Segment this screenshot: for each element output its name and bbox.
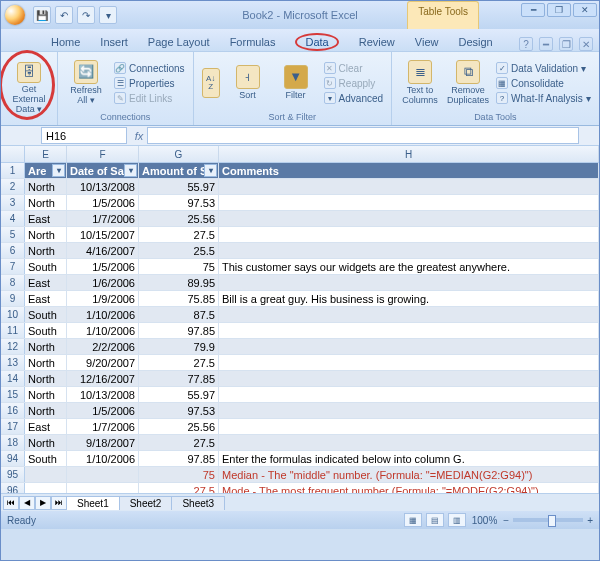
first-sheet-icon[interactable]: ⏮ bbox=[3, 496, 19, 510]
doc-close-icon[interactable]: ✕ bbox=[579, 37, 593, 51]
tab-home[interactable]: Home bbox=[41, 33, 90, 51]
row-header[interactable]: 1 bbox=[1, 163, 25, 178]
cell[interactable]: South bbox=[25, 323, 67, 338]
row-header[interactable]: 9 bbox=[1, 291, 25, 306]
cell[interactable]: North bbox=[25, 227, 67, 242]
cell[interactable]: 10/13/2008 bbox=[67, 179, 139, 194]
tab-design[interactable]: Design bbox=[448, 33, 502, 51]
row-header[interactable]: 7 bbox=[1, 259, 25, 274]
cell[interactable] bbox=[219, 243, 599, 258]
cell[interactable]: 27.5 bbox=[139, 435, 219, 450]
doc-restore-icon[interactable]: ❐ bbox=[559, 37, 573, 51]
text-to-columns-button[interactable]: ≣Text to Columns bbox=[398, 56, 442, 111]
row-header[interactable]: 6 bbox=[1, 243, 25, 258]
row-header[interactable]: 18 bbox=[1, 435, 25, 450]
zoom-out-icon[interactable]: − bbox=[503, 515, 509, 526]
cell[interactable]: 1/10/2006 bbox=[67, 323, 139, 338]
col-H[interactable]: H bbox=[219, 146, 599, 162]
cell[interactable]: 4/16/2007 bbox=[67, 243, 139, 258]
cell[interactable]: 97.85 bbox=[139, 451, 219, 466]
row-header[interactable]: 2 bbox=[1, 179, 25, 194]
cell[interactable]: 9/18/2007 bbox=[67, 435, 139, 450]
cell[interactable]: 89.95 bbox=[139, 275, 219, 290]
cell[interactable]: Enter the formulas indicated below into … bbox=[219, 451, 599, 466]
cell[interactable] bbox=[25, 467, 67, 482]
get-external-data-button[interactable]: 🗄 Get External Data ▾ bbox=[7, 61, 51, 116]
hdr-amount[interactable]: Amount of S▾ bbox=[139, 163, 219, 178]
tab-review[interactable]: Review bbox=[349, 33, 405, 51]
page-break-view-icon[interactable]: ▥ bbox=[448, 513, 466, 527]
cell[interactable]: South bbox=[25, 307, 67, 322]
cell[interactable]: 87.5 bbox=[139, 307, 219, 322]
cell[interactable]: 79.9 bbox=[139, 339, 219, 354]
cell[interactable]: South bbox=[25, 451, 67, 466]
cell[interactable]: 97.85 bbox=[139, 323, 219, 338]
row-header[interactable]: 96 bbox=[1, 483, 25, 493]
cell[interactable]: 1/5/2006 bbox=[67, 403, 139, 418]
reapply-filter-button[interactable]: ↻Reapply bbox=[322, 76, 385, 90]
cell[interactable]: 27.5 bbox=[139, 483, 219, 493]
office-button[interactable] bbox=[5, 5, 25, 25]
cell[interactable] bbox=[219, 227, 599, 242]
cell[interactable]: 55.97 bbox=[139, 387, 219, 402]
cell[interactable] bbox=[219, 403, 599, 418]
cell[interactable]: North bbox=[25, 387, 67, 402]
cell[interactable]: 27.5 bbox=[139, 227, 219, 242]
row-header[interactable]: 14 bbox=[1, 371, 25, 386]
row-header[interactable]: 11 bbox=[1, 323, 25, 338]
cell[interactable]: 97.53 bbox=[139, 403, 219, 418]
row-header[interactable]: 3 bbox=[1, 195, 25, 210]
remove-duplicates-button[interactable]: ⧉Remove Duplicates bbox=[446, 56, 490, 111]
cell[interactable] bbox=[219, 419, 599, 434]
what-if-button[interactable]: ?What-If Analysis ▾ bbox=[494, 91, 592, 105]
cell[interactable]: North bbox=[25, 179, 67, 194]
cell[interactable]: North bbox=[25, 371, 67, 386]
cell[interactable]: East bbox=[25, 419, 67, 434]
close-button[interactable]: ✕ bbox=[573, 3, 597, 17]
name-box[interactable]: H16 bbox=[41, 127, 127, 144]
cell[interactable]: 27.5 bbox=[139, 355, 219, 370]
cell[interactable]: 75 bbox=[139, 467, 219, 482]
normal-view-icon[interactable]: ▦ bbox=[404, 513, 422, 527]
cell[interactable]: 25.5 bbox=[139, 243, 219, 258]
cell[interactable]: East bbox=[25, 211, 67, 226]
cell[interactable]: 25.56 bbox=[139, 419, 219, 434]
cell[interactable]: 2/2/2006 bbox=[67, 339, 139, 354]
cell[interactable] bbox=[67, 467, 139, 482]
properties-button[interactable]: ☰Properties bbox=[112, 76, 187, 90]
cell[interactable]: 1/5/2006 bbox=[67, 259, 139, 274]
cell[interactable]: 25.56 bbox=[139, 211, 219, 226]
cell[interactable] bbox=[219, 371, 599, 386]
tab-page-layout[interactable]: Page Layout bbox=[138, 33, 220, 51]
cell[interactable] bbox=[219, 307, 599, 322]
cell[interactable] bbox=[219, 435, 599, 450]
qat-more-icon[interactable]: ▾ bbox=[99, 6, 117, 24]
cell[interactable] bbox=[219, 211, 599, 226]
help-icon[interactable]: ? bbox=[519, 37, 533, 51]
cell[interactable]: 1/7/2006 bbox=[67, 211, 139, 226]
cell[interactable]: 1/5/2006 bbox=[67, 195, 139, 210]
cell[interactable]: East bbox=[25, 291, 67, 306]
data-validation-button[interactable]: ✓Data Validation ▾ bbox=[494, 61, 592, 75]
doc-minimize-icon[interactable]: ━ bbox=[539, 37, 553, 51]
cell[interactable] bbox=[219, 275, 599, 290]
col-F[interactable]: F bbox=[67, 146, 139, 162]
cell[interactable] bbox=[219, 355, 599, 370]
cell[interactable]: 10/15/2007 bbox=[67, 227, 139, 242]
consolidate-button[interactable]: ▦Consolidate bbox=[494, 76, 592, 90]
row-header[interactable]: 12 bbox=[1, 339, 25, 354]
undo-icon[interactable]: ↶ bbox=[55, 6, 73, 24]
hdr-area[interactable]: Are▾ bbox=[25, 163, 67, 178]
zoom-level[interactable]: 100% bbox=[472, 515, 498, 526]
minimize-button[interactable]: ━ bbox=[521, 3, 545, 17]
hdr-date[interactable]: Date of Sa▾ bbox=[67, 163, 139, 178]
row-header[interactable]: 15 bbox=[1, 387, 25, 402]
tab-data[interactable]: Data bbox=[285, 33, 348, 51]
row-header[interactable]: 95 bbox=[1, 467, 25, 482]
cell[interactable]: North bbox=[25, 355, 67, 370]
col-G[interactable]: G bbox=[139, 146, 219, 162]
cell[interactable]: North bbox=[25, 403, 67, 418]
tab-insert[interactable]: Insert bbox=[90, 33, 138, 51]
select-all-corner[interactable] bbox=[1, 146, 25, 162]
formula-input[interactable] bbox=[147, 127, 579, 144]
